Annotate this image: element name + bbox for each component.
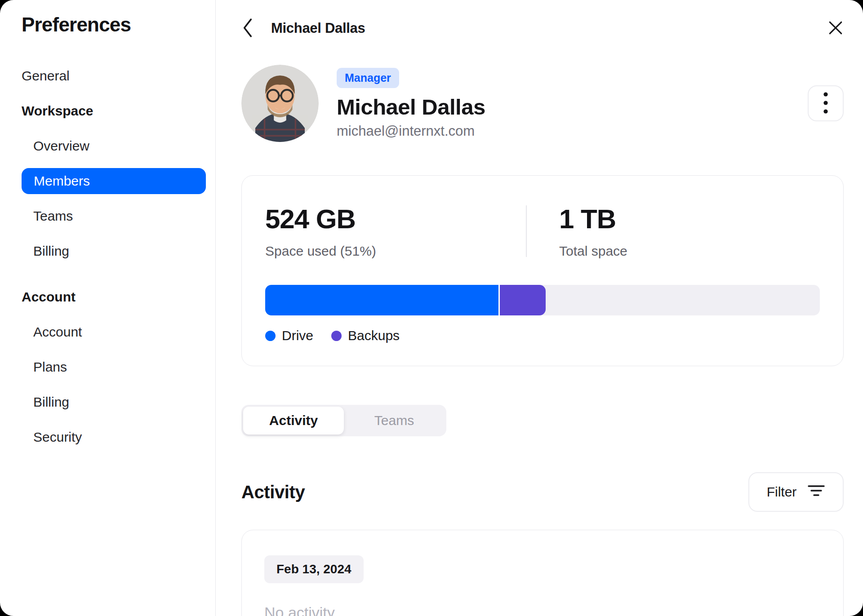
filter-button-label: Filter — [767, 484, 797, 500]
kebab-menu-icon — [823, 90, 829, 117]
total-space-stat: 1 TB Total space — [527, 204, 820, 259]
sidebar-item-general[interactable]: General — [22, 58, 206, 93]
filter-button[interactable]: Filter — [748, 472, 844, 512]
avatar — [241, 65, 319, 142]
drive-usage-segment — [265, 285, 500, 315]
sidebar-item-plans[interactable]: Plans — [22, 350, 206, 385]
space-used-value: 524 GB — [265, 204, 526, 235]
legend-item-drive: Drive — [265, 328, 313, 343]
tab-teams[interactable]: Teams — [344, 407, 445, 434]
sidebar-item-billing-account[interactable]: Billing — [22, 385, 206, 420]
legend-item-backups: Backups — [331, 328, 400, 343]
preferences-window: Preferences General Workspace Overview M… — [0, 0, 863, 616]
detail-tabs: Activity Teams — [241, 405, 446, 436]
total-space-value: 1 TB — [559, 204, 820, 235]
sidebar-item-label: Account — [33, 324, 82, 340]
sidebar-item-security[interactable]: Security — [22, 420, 206, 455]
total-space-label: Total space — [559, 244, 820, 259]
sidebar-item-label: Plans — [33, 359, 67, 375]
section-header-label: Account — [22, 289, 76, 305]
backups-dot-icon — [331, 331, 342, 341]
back-button[interactable] — [241, 18, 254, 40]
profile-info: Manager Michael Dallas michael@internxt.… — [337, 68, 485, 139]
sidebar: Preferences General Workspace Overview M… — [0, 0, 216, 616]
sidebar-item-label: General — [22, 68, 70, 84]
date-chip: Feb 13, 2024 — [264, 555, 364, 583]
activity-header-row: Activity Filter — [241, 472, 844, 512]
sidebar-item-label: Billing — [33, 394, 69, 410]
usage-stats: 524 GB Space used (51%) 1 TB Total space — [265, 204, 820, 259]
chevron-left-icon — [241, 18, 254, 40]
section-gap — [22, 269, 206, 279]
drive-dot-icon — [265, 331, 276, 341]
role-badge: Manager — [337, 68, 399, 88]
panel-title: Michael Dallas — [271, 20, 365, 36]
storage-usage-card: 524 GB Space used (51%) 1 TB Total space… — [241, 175, 844, 366]
close-button[interactable] — [827, 20, 844, 37]
close-icon — [827, 20, 844, 37]
usage-legend: Drive Backups — [265, 328, 820, 343]
activity-heading: Activity — [241, 482, 305, 502]
sidebar-nav: General Workspace Overview Members Teams… — [22, 58, 206, 455]
profile-header: Manager Michael Dallas michael@internxt.… — [241, 65, 844, 142]
space-used-stat: 524 GB Space used (51%) — [265, 204, 526, 259]
sidebar-item-account[interactable]: Account — [22, 315, 206, 350]
legend-label: Drive — [282, 328, 313, 343]
legend-label: Backups — [348, 328, 400, 343]
member-name: Michael Dallas — [337, 94, 485, 120]
sidebar-item-label: Security — [33, 430, 82, 445]
space-used-label: Space used (51%) — [265, 244, 526, 259]
backups-usage-segment — [500, 285, 546, 315]
sidebar-item-label: Billing — [33, 244, 69, 259]
no-activity-text: No activity — [264, 604, 821, 616]
activity-log-card: Feb 13, 2024 No activity — [241, 530, 844, 616]
sidebar-item-label: Overview — [33, 138, 89, 154]
page-title: Preferences — [22, 13, 206, 36]
sidebar-item-billing-workspace[interactable]: Billing — [22, 234, 206, 269]
sidebar-section-account: Account — [22, 279, 206, 315]
sidebar-item-members[interactable]: Members — [22, 164, 206, 199]
storage-progress-bar — [265, 285, 820, 315]
sidebar-item-overview[interactable]: Overview — [22, 129, 206, 164]
member-options-button[interactable] — [808, 85, 844, 121]
member-detail-panel: Michael Dallas — [216, 0, 863, 616]
selected-pill: Members — [22, 168, 206, 194]
member-email: michael@internxt.com — [337, 123, 485, 139]
sidebar-item-teams[interactable]: Teams — [22, 199, 206, 234]
sidebar-item-label: Members — [34, 173, 90, 189]
tab-activity[interactable]: Activity — [243, 407, 344, 434]
section-header-label: Workspace — [22, 103, 93, 119]
panel-header: Michael Dallas — [241, 17, 844, 40]
sidebar-item-label: Teams — [33, 208, 73, 224]
filter-icon — [807, 483, 825, 501]
sidebar-section-workspace: Workspace — [22, 93, 206, 129]
